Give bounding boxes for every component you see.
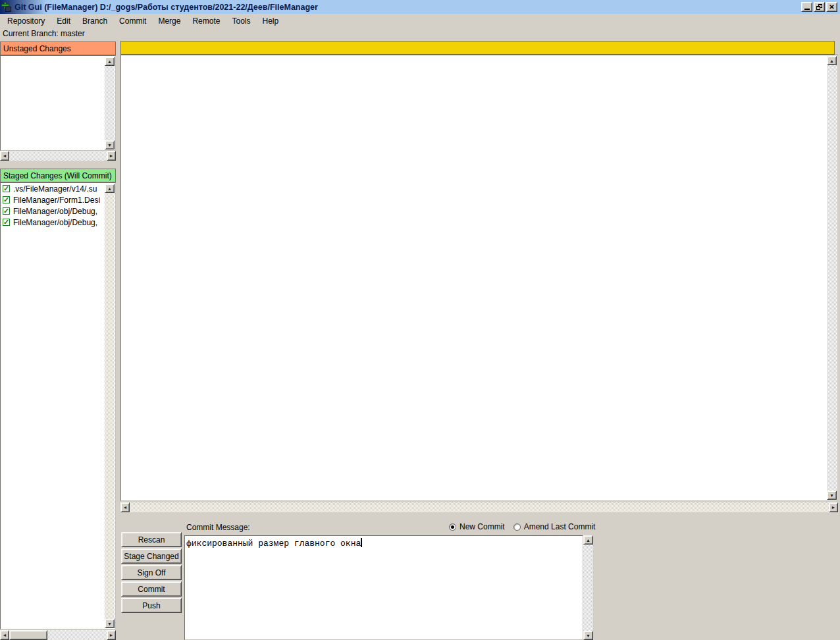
menu-merge[interactable]: Merge: [152, 15, 186, 27]
scroll-up-icon: ▲: [107, 186, 112, 191]
menu-remote[interactable]: Remote: [186, 15, 226, 27]
scroll-up-button[interactable]: ▲: [105, 184, 115, 193]
staged-file-row[interactable]: ✓ .vs/FileManager/v14/.su: [1, 183, 105, 194]
staged-changes-header: Staged Changes (Will Commit): [0, 169, 116, 182]
amend-last-commit-radio[interactable]: [513, 523, 521, 531]
staged-file-row[interactable]: ✓ FileManager/Form1.Desi: [1, 194, 105, 205]
app-icon[interactable]: [1, 2, 11, 12]
staged-checkbox-icon[interactable]: ✓: [3, 185, 10, 192]
scroll-down-icon: ▼: [586, 633, 591, 638]
git-gui-window: { "titlebar": { "title": "Git Gui (FileM…: [0, 0, 840, 640]
scroll-left-button[interactable]: ◄: [0, 630, 9, 640]
scroll-right-button[interactable]: ►: [107, 151, 116, 161]
scroll-down-button[interactable]: ▼: [583, 631, 593, 640]
scroll-left-icon: ◄: [3, 633, 7, 637]
staged-checkbox-icon[interactable]: ✓: [3, 207, 10, 215]
close-button[interactable]: ✕: [826, 2, 837, 12]
staged-horizontal-scrollbar[interactable]: ◄ ►: [0, 630, 116, 640]
menu-commit[interactable]: Commit: [113, 15, 152, 27]
unstaged-horizontal-scrollbar[interactable]: ◄ ►: [0, 151, 116, 161]
staged-file-name: FileManager/Form1.Desi: [13, 196, 100, 205]
diff-horizontal-scrollbar[interactable]: ◄ ►: [120, 502, 838, 512]
menu-branch[interactable]: Branch: [76, 15, 113, 27]
scroll-up-button[interactable]: ▲: [827, 56, 837, 65]
scroll-down-icon: ▼: [107, 622, 112, 626]
commit-message-label: Commit Message:: [186, 523, 250, 532]
window-title: Git Gui (FileManager) D:/_gogs/Работы ст…: [14, 3, 318, 12]
scroll-up-button[interactable]: ▲: [105, 57, 115, 66]
text-cursor: [361, 538, 362, 547]
scrollbar-thumb[interactable]: [9, 630, 47, 640]
staged-file-list[interactable]: ✓ .vs/FileManager/v14/.su ✓ FileManager/…: [0, 182, 116, 629]
menu-bar: Repository Edit Branch Commit Merge Remo…: [0, 14, 840, 28]
scrollbar-track[interactable]: [827, 65, 837, 491]
staged-checkbox-icon[interactable]: ✓: [3, 196, 10, 203]
scroll-down-icon: ▼: [829, 493, 834, 498]
staged-file-name: FileManager/obj/Debug,: [13, 207, 97, 216]
staged-file-row[interactable]: ✓ FileManager/obj/Debug,: [1, 217, 105, 228]
scrollbar-track[interactable]: [9, 151, 107, 161]
restore-icon: [816, 4, 822, 10]
commit-message-text: фиксированный размер главного окна: [186, 539, 361, 548]
minimize-icon: [804, 9, 810, 10]
push-button[interactable]: Push: [121, 598, 182, 613]
amend-last-commit-label[interactable]: Amend Last Commit: [524, 522, 596, 531]
commit-message-scrollbar[interactable]: ▲ ▼: [583, 535, 593, 640]
unstaged-changes-header: Unstaged Changes: [0, 41, 116, 55]
staged-vertical-scrollbar[interactable]: ▲ ▼: [105, 184, 115, 628]
menu-repository[interactable]: Repository: [1, 15, 51, 27]
scroll-left-button[interactable]: ◄: [0, 151, 9, 161]
unstaged-vertical-scrollbar[interactable]: ▲ ▼: [105, 57, 115, 149]
close-icon: ✕: [829, 4, 834, 11]
commit-message-input[interactable]: фиксированный размер главного окна: [184, 535, 583, 640]
diff-vertical-scrollbar[interactable]: ▲ ▼: [827, 56, 837, 500]
scroll-up-icon: ▲: [586, 538, 591, 543]
scroll-down-button[interactable]: ▼: [105, 619, 115, 628]
scroll-left-icon: ◄: [3, 153, 7, 158]
new-commit-label[interactable]: New Commit: [459, 522, 505, 531]
window-controls: ✕: [801, 2, 837, 12]
commit-button[interactable]: Commit: [121, 581, 182, 597]
scroll-right-icon: ►: [109, 633, 114, 637]
scroll-up-icon: ▲: [829, 59, 834, 63]
unstaged-file-list[interactable]: ▲ ▼: [0, 55, 116, 151]
scroll-up-button[interactable]: ▲: [583, 535, 593, 545]
menu-tools[interactable]: Tools: [226, 15, 256, 27]
scrollbar-track[interactable]: [105, 66, 115, 140]
minimize-button[interactable]: [801, 2, 812, 12]
staged-file-row[interactable]: ✓ FileManager/obj/Debug,: [1, 205, 105, 217]
sign-off-button[interactable]: Sign Off: [121, 565, 182, 580]
scroll-right-icon: ►: [109, 153, 114, 158]
staged-checkbox-icon[interactable]: ✓: [3, 219, 10, 226]
staged-file-name: FileManager/obj/Debug,: [13, 218, 97, 227]
scroll-right-icon: ►: [831, 505, 836, 510]
menu-help[interactable]: Help: [256, 15, 284, 27]
menu-edit[interactable]: Edit: [51, 15, 76, 27]
scroll-down-button[interactable]: ▼: [827, 491, 837, 500]
stage-changed-button[interactable]: Stage Changed: [121, 548, 182, 564]
rescan-button[interactable]: Rescan: [121, 532, 182, 547]
diff-view[interactable]: ▲ ▼: [120, 55, 838, 501]
diff-header-bar: [120, 41, 835, 55]
scroll-down-button[interactable]: ▼: [105, 140, 115, 149]
staged-file-name: .vs/FileManager/v14/.su: [13, 184, 97, 194]
new-commit-radio[interactable]: [449, 523, 456, 531]
scrollbar-track[interactable]: [130, 502, 829, 512]
scroll-left-icon: ◄: [123, 505, 128, 510]
scrollbar-track[interactable]: [583, 545, 593, 631]
title-bar[interactable]: Git Gui (FileManager) D:/_gogs/Работы ст…: [0, 0, 840, 14]
current-branch-label: Current Branch: master: [3, 29, 85, 40]
restore-button[interactable]: [814, 2, 825, 12]
scrollbar-track[interactable]: [47, 630, 107, 640]
commit-type-radios: New Commit Amend Last Commit: [449, 522, 600, 531]
scroll-left-button[interactable]: ◄: [120, 502, 130, 512]
scrollbar-track[interactable]: [105, 193, 115, 619]
scroll-down-icon: ▼: [107, 143, 112, 147]
scroll-right-button[interactable]: ►: [107, 630, 116, 640]
scroll-up-icon: ▲: [107, 59, 112, 64]
radio-selected-dot: [451, 525, 454, 529]
scroll-right-button[interactable]: ►: [829, 502, 838, 512]
